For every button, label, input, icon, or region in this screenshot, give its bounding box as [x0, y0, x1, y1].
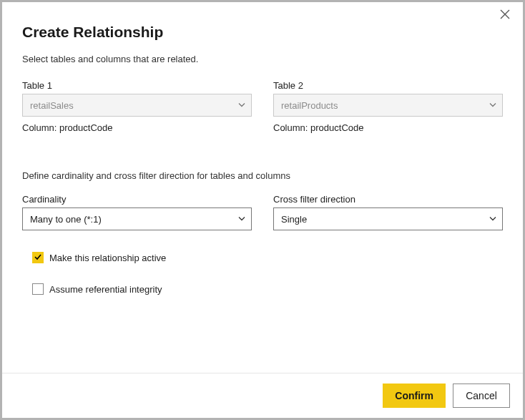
table2-select[interactable]: retailProducts	[273, 94, 503, 117]
make-active-label: Make this relationship active	[49, 253, 166, 263]
chevron-down-icon	[489, 100, 496, 111]
table1-column-prefix: Column:	[22, 122, 59, 133]
table2-select-value: retailProducts	[281, 100, 338, 111]
cardinality-select-value: Many to one (*:1)	[30, 214, 102, 225]
table2-label: Table 2	[273, 80, 503, 91]
cardinality-label: Cardinality	[22, 194, 252, 205]
table2-column-line: Column: productCode	[273, 122, 503, 133]
confirm-button[interactable]: Confirm	[383, 384, 446, 408]
dialog-footer: Confirm Cancel	[2, 373, 523, 418]
crossfilter-select[interactable]: Single	[273, 207, 503, 230]
table1-select-value: retailSales	[30, 100, 74, 111]
dialog-title: Create Relationship	[22, 24, 503, 41]
referential-integrity-label: Assume referential integrity	[49, 284, 162, 295]
check-icon	[34, 253, 42, 263]
table1-column-value: productCode	[59, 122, 112, 133]
close-button[interactable]	[500, 9, 513, 22]
cancel-button[interactable]: Cancel	[453, 384, 510, 408]
crossfilter-select-value: Single	[281, 214, 307, 225]
cardinality-select[interactable]: Many to one (*:1)	[22, 207, 252, 230]
table1-select[interactable]: retailSales	[22, 94, 252, 117]
table2-column-prefix: Column:	[273, 122, 310, 133]
crossfilter-label: Cross filter direction	[273, 194, 503, 205]
referential-integrity-checkbox[interactable]	[32, 283, 44, 295]
table1-label: Table 1	[22, 80, 252, 91]
table1-column-line: Column: productCode	[22, 122, 252, 133]
chevron-down-icon	[489, 214, 496, 225]
table2-column-value: productCode	[310, 122, 363, 133]
define-cardinality-text: Define cardinality and cross filter dire…	[22, 170, 503, 181]
close-icon	[500, 11, 510, 21]
chevron-down-icon	[238, 214, 245, 225]
make-active-checkbox[interactable]	[32, 252, 44, 263]
dialog-subtitle: Select tables and columns that are relat…	[22, 54, 503, 64]
chevron-down-icon	[238, 100, 245, 111]
create-relationship-dialog: Create Relationship Select tables and co…	[0, 0, 525, 420]
